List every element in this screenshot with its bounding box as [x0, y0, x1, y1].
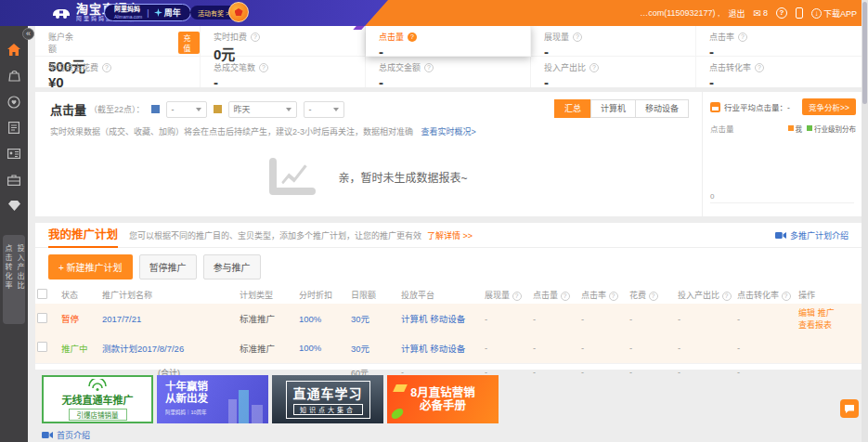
info-icon[interactable]: [722, 292, 732, 301]
info-icon[interactable]: [259, 63, 268, 72]
sidebar-collapse-button[interactable]: «: [22, 28, 34, 40]
series3-dropdown[interactable]: -: [304, 101, 344, 118]
gem-icon: [8, 201, 20, 211]
info-icon[interactable]: [649, 292, 658, 301]
my-campaigns-card: 我的推广计划 您可以根据不同的推广目的、宝贝类型，添加多个推广计划，让您的推广更…: [35, 223, 862, 370]
sidebar-item-favorites[interactable]: [7, 95, 21, 109]
sidebar-item-reports[interactable]: [7, 121, 21, 135]
recharge-button[interactable]: 充值: [178, 32, 200, 54]
campaigns-description: 您可以根据不同的推广目的、宝贝类型，添加多个推广计划，让您的推广更有效: [129, 229, 421, 241]
anniversary-star-icon: [154, 8, 162, 17]
col-cvr: 点击转化率: [737, 291, 779, 300]
help-icon[interactable]: ?: [776, 7, 787, 19]
stat-avg-click-cost: 平均点击花费 ¥0: [35, 57, 201, 87]
campaign-name-link[interactable]: 2017/7/21: [102, 314, 141, 324]
row-checkbox[interactable]: [37, 342, 47, 352]
industry-avg-title: 行业平均点击量：-: [724, 101, 798, 112]
stat-value: -: [709, 74, 862, 90]
sidebar-item-premium[interactable]: [7, 199, 21, 213]
mobile-app-icon[interactable]: [796, 7, 803, 19]
tab-computer[interactable]: 计算机: [590, 99, 636, 118]
new-campaign-button[interactable]: + 新建推广计划: [48, 254, 133, 280]
download-app-button[interactable]: ↓ 下载APP: [811, 7, 857, 20]
anniversary-badge[interactable]: 阿里妈妈 Alimama.com | 周年: [104, 4, 191, 21]
cost-value: -: [628, 333, 676, 363]
info-icon[interactable]: [561, 292, 570, 301]
info-icon[interactable]: [609, 292, 618, 301]
discount-link[interactable]: 100%: [299, 314, 321, 324]
help-orange-icon[interactable]: [408, 32, 417, 42]
competition-analysis-button[interactable]: 竞争分析>>: [802, 98, 856, 115]
promote-link[interactable]: 推广: [818, 308, 835, 318]
edit-link[interactable]: 编辑: [798, 308, 815, 318]
industry-panel: 行业平均点击量：- 竞争分析>> 点击量 我 行业级别分布 0: [702, 92, 862, 216]
series1-dropdown-value: -: [172, 105, 175, 114]
tab-mobile[interactable]: 移动设备: [635, 99, 689, 118]
info-icon[interactable]: [573, 32, 582, 42]
series2-color-swatch: [214, 105, 222, 113]
chevron-down-icon: [333, 108, 339, 111]
info-icon[interactable]: [738, 32, 747, 42]
stat-value: -: [214, 74, 365, 90]
info-icon[interactable]: [251, 32, 260, 42]
empty-chart-icon: [269, 156, 317, 197]
sidebar-metrics-panel[interactable]: 点击转化率 投入产出比: [3, 235, 25, 324]
vertical-label-roi: 投入产出比: [15, 244, 25, 324]
info-icon[interactable]: [424, 63, 434, 72]
view-report-link[interactable]: 查看报表: [798, 320, 832, 330]
platform-link[interactable]: 计算机 移动设备: [401, 314, 465, 324]
join-campaign-button[interactable]: 参与推广: [203, 254, 261, 280]
series1-dropdown[interactable]: -: [166, 101, 207, 118]
info-icon[interactable]: [755, 63, 764, 72]
banner-august-handbook[interactable]: 8月直钻营销 必备手册: [387, 375, 499, 423]
campaign-name-link[interactable]: 测款计划2017/8/7/26: [102, 344, 184, 354]
col-cost: 花费: [629, 291, 646, 300]
industry-chart-icon: [710, 102, 720, 112]
daily-limit-link[interactable]: 30元: [351, 314, 369, 324]
info-icon[interactable]: [102, 63, 111, 72]
clicks-value: -: [531, 304, 579, 333]
sidebar-item-home[interactable]: [7, 43, 21, 57]
info-icon[interactable]: [589, 63, 599, 72]
stat-label: 平均点击花费: [48, 61, 98, 73]
date-dropdown[interactable]: 昨天: [228, 101, 297, 118]
stat-account-balance: 账户余额 充值 500元: [35, 26, 201, 57]
logout-link[interactable]: 退出: [729, 7, 745, 20]
select-all-checkbox[interactable]: [37, 289, 47, 299]
mail-button[interactable]: ✉ 8: [754, 8, 768, 19]
row-checkbox[interactable]: [37, 313, 47, 323]
pause-campaign-button[interactable]: 暂停推广: [139, 254, 197, 280]
multi-campaign-intro-link[interactable]: 多推广计划介绍: [775, 229, 849, 241]
info-icon[interactable]: [512, 292, 522, 301]
daily-limit-link[interactable]: 30元: [351, 344, 369, 354]
legend-industry-swatch: [807, 125, 812, 131]
customer-service-button[interactable]: [840, 399, 859, 418]
tab-my-campaigns[interactable]: 我的推广计划: [48, 223, 118, 248]
sidebar-item-shop[interactable]: [7, 69, 21, 83]
page-scrollbar[interactable]: [862, 0, 868, 442]
gift-badge-icon[interactable]: [228, 2, 249, 22]
mail-count-badge: 8: [763, 8, 768, 18]
discount-link[interactable]: 100%: [299, 343, 321, 353]
learn-more-link[interactable]: 了解详情 >>: [427, 229, 473, 241]
tab-summary[interactable]: 汇总: [554, 99, 591, 118]
info-icon[interactable]: [782, 292, 791, 301]
scrollbar-thumb[interactable]: [862, 2, 867, 104]
banner-learning[interactable]: 直通车学习 知识点大集合: [272, 375, 383, 423]
sidebar-item-account[interactable]: [7, 147, 21, 161]
roi-value: -: [676, 304, 735, 333]
legend-industry-label: 行业级别分布: [814, 124, 856, 134]
home-intro-link[interactable]: 首页介绍: [42, 429, 90, 441]
sidebar-item-tools[interactable]: [7, 173, 21, 187]
id-card-icon: [7, 149, 20, 159]
status-badge: 暂停: [59, 304, 100, 333]
col-platform: 投放平台: [399, 285, 483, 304]
building-graphic: [252, 405, 263, 423]
banner-wireless-promo[interactable]: 无线直通车推广 引爆店铺销量: [42, 375, 153, 423]
col-daily-limit: 日限额: [349, 285, 399, 304]
legend-me-swatch: [788, 125, 794, 131]
chevron-down-icon: [196, 108, 201, 111]
platform-link[interactable]: 计算机 移动设备: [401, 344, 465, 354]
realtime-overview-link[interactable]: 查看实时概况>: [421, 127, 476, 136]
banner-ten-year[interactable]: 十年赢销 从新出发 阿里妈妈｜10周年: [157, 375, 268, 423]
